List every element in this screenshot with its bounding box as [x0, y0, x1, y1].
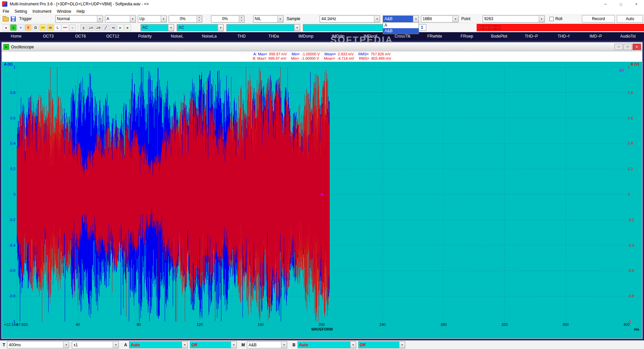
channel-b-function-select[interactable]: Off ▼	[358, 341, 405, 348]
chevron-down-icon[interactable]: ▼	[399, 342, 405, 348]
tab-thdf[interactable]: THD~f	[547, 32, 580, 41]
multiplier-select[interactable]: x1 ▼	[72, 341, 119, 348]
spin-up-icon[interactable]: ▲	[197, 16, 202, 19]
y-tick-right-0: 0	[628, 192, 630, 196]
trigger-source-select[interactable]: A ▼	[105, 15, 136, 22]
trigger-level-spinner[interactable]: 0% ▲▼	[169, 15, 202, 22]
spectrum-analyzer-icon[interactable]: |||	[17, 24, 24, 31]
chevron-down-icon[interactable]: ▼	[413, 16, 419, 22]
trigger-edge-select[interactable]: Up ▼	[138, 15, 167, 22]
menu-item-setting[interactable]: Setting	[12, 9, 30, 14]
range-b-value	[303, 24, 394, 31]
chevron-down-icon[interactable]: ▼	[294, 24, 300, 31]
osc-minimize-button[interactable]: ─	[614, 44, 623, 50]
data-logger-icon[interactable]: L	[54, 24, 61, 31]
chevron-down-icon[interactable]: ▼	[374, 16, 380, 22]
trigger-mode-select[interactable]: Normal ▼	[55, 15, 103, 22]
minimize-button[interactable]: ─	[598, 0, 613, 8]
menu-item-file[interactable]: File	[0, 9, 12, 14]
calibration-b-icon[interactable]: ⊥B	[95, 24, 102, 31]
sampling-rate-select[interactable]: 44.1kHz ▼	[320, 15, 380, 22]
tab-oct6[interactable]: OCT6	[64, 32, 97, 41]
spectrum-3d-plot-icon[interactable]: 3D	[47, 24, 54, 31]
tab-bodeplot[interactable]: BodePlot	[483, 32, 515, 41]
spin-down-icon[interactable]: ▼	[239, 19, 244, 22]
oscilloscope-icon[interactable]: ≈	[10, 24, 17, 31]
trigger-delay-spinner[interactable]: 0% ▲▼	[211, 15, 245, 22]
tab-thd[interactable]: THD	[225, 32, 258, 41]
osc-restore-button[interactable]: □	[624, 44, 632, 50]
sound-device-icon[interactable]: ◄)	[110, 24, 116, 31]
bit-depth-select[interactable]: 16Bit ▼	[421, 15, 459, 22]
coupling-b-select[interactable]: AC ▼	[177, 24, 224, 31]
chevron-down-icon[interactable]: ▼	[452, 16, 458, 22]
channel-a-function-select[interactable]: Off ▼	[190, 341, 237, 348]
osc-close-button[interactable]: ×	[633, 44, 641, 50]
sampling-channels-dropdown[interactable]: AA&B	[383, 22, 419, 34]
calibration-a-icon[interactable]: ⊥A	[88, 24, 94, 31]
math-mode-select[interactable]: A&B ▼	[247, 341, 287, 348]
spectrogram-icon[interactable]: #	[25, 24, 32, 31]
tab-imdccif[interactable]: IMDccif	[354, 32, 386, 41]
dropdown-item-a[interactable]: A	[383, 22, 419, 28]
menu-item-instrument[interactable]: Instrument	[30, 9, 54, 14]
chevron-down-icon[interactable]: ▼	[161, 16, 166, 22]
tab-imddin[interactable]: IMDdin	[322, 32, 354, 41]
record-indicator-icon[interactable]: ●	[3, 24, 9, 31]
chevron-down-icon[interactable]: ▼	[182, 342, 187, 348]
range-a-select[interactable]: ▼	[226, 24, 300, 31]
dropdown-item-ab[interactable]: A&B	[383, 28, 419, 34]
single-run-icon[interactable]: ►	[124, 24, 131, 31]
chevron-down-icon[interactable]: ▼	[97, 16, 103, 22]
coupling-a-select[interactable]: AC ▼	[141, 24, 174, 31]
tab-imdp[interactable]: IMD~P	[580, 32, 612, 41]
checkbox-box[interactable]	[549, 17, 554, 21]
trigger-frequency-select[interactable]: NIL ▼	[253, 15, 283, 22]
chevron-down-icon[interactable]: ▼	[277, 16, 283, 22]
ddp-viewer-icon[interactable]: DDP	[62, 24, 68, 31]
chevron-down-icon[interactable]: ▼	[63, 342, 69, 348]
chevron-down-icon[interactable]: ▼	[231, 342, 236, 348]
tab-polarity[interactable]: Polarity	[129, 32, 161, 41]
tab-noisel[interactable]: NoiseL	[161, 32, 193, 41]
roll-checkbox[interactable]: Roll	[549, 16, 562, 21]
menu-item-help[interactable]: Help	[74, 9, 88, 14]
tab-frwhite[interactable]: FRwhite	[419, 32, 451, 41]
record-button[interactable]: Record	[582, 15, 615, 22]
chevron-down-icon[interactable]: ▼	[113, 342, 118, 348]
chevron-down-icon[interactable]: ▼	[281, 342, 287, 348]
zoom-icon[interactable]: ○	[69, 24, 76, 31]
menu-item-window[interactable]: Window	[54, 9, 74, 14]
tab-noisela[interactable]: NoiseLa	[193, 32, 225, 41]
maximize-button[interactable]: □	[613, 0, 629, 8]
sampling-channels-select[interactable]: A&B ▼ AA&B	[383, 15, 419, 22]
chevron-down-icon[interactable]: ▼	[168, 24, 174, 31]
multimeter-icon[interactable]: Ω	[32, 24, 39, 31]
save-icon[interactable]	[11, 16, 16, 21]
probe-wrench-icon[interactable]: ╱	[102, 24, 109, 31]
spin-down-icon[interactable]: ▼	[197, 19, 202, 22]
tab-frswp[interactable]: FRswp	[451, 32, 483, 41]
channel-b-range-select[interactable]: Auto ▼	[298, 341, 356, 348]
chevron-down-icon[interactable]: ▼	[539, 16, 544, 22]
chevron-down-icon[interactable]: ▼	[130, 16, 136, 22]
tab-imdsmp[interactable]: IMDsmp	[290, 32, 322, 41]
auto-button[interactable]: Auto	[617, 15, 643, 22]
tab-audiotst[interactable]: AudioTst	[612, 32, 644, 41]
chevron-down-icon[interactable]: ▼	[350, 342, 356, 348]
hold-icon[interactable]: ||	[80, 24, 87, 31]
tab-oct3[interactable]: OCT3	[32, 32, 64, 41]
run-icon[interactable]: ►	[117, 24, 124, 31]
tab-home[interactable]: Home	[0, 32, 32, 41]
xy-plot-icon[interactable]: XY	[40, 24, 46, 31]
spin-up-icon[interactable]: ▲	[239, 16, 244, 19]
channel-a-range-select[interactable]: Auto ▼	[129, 341, 188, 348]
tab-thda[interactable]: THDa	[258, 32, 290, 41]
tab-oct12[interactable]: OCT12	[97, 32, 129, 41]
tab-thdp[interactable]: THD~P	[515, 32, 547, 41]
timebase-select[interactable]: 400ms ▼	[7, 341, 69, 348]
close-button[interactable]: ×	[629, 0, 644, 8]
chevron-down-icon[interactable]: ▼	[218, 24, 223, 31]
open-file-icon[interactable]	[3, 17, 9, 21]
point-count-select[interactable]: 9263 ▼	[483, 15, 545, 22]
